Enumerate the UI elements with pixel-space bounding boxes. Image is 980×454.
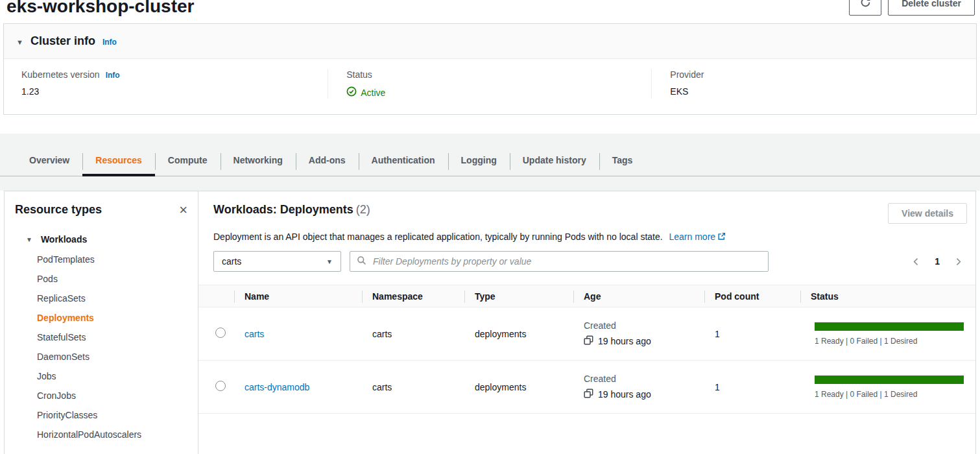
sidebar-item-jobs[interactable]: Jobs [15, 366, 187, 386]
delete-cluster-button[interactable]: Delete cluster [888, 0, 975, 16]
sidebar-item-pods[interactable]: Pods [15, 269, 187, 289]
check-circle-icon [346, 86, 357, 99]
tab-networking[interactable]: Networking [221, 152, 296, 176]
sidebar-item-cronjobs[interactable]: CronJobs [15, 386, 187, 405]
sidebar-item-replicasets[interactable]: ReplicaSets [15, 289, 187, 308]
status-progress-bar [815, 376, 964, 384]
view-details-button[interactable]: View details [888, 203, 967, 224]
pod-count-cell: 1 [715, 382, 720, 392]
provider-label: Provider [670, 69, 975, 80]
panel-heading: Workloads: Deployments(2) [213, 203, 370, 217]
sidebar-item-daemonsets[interactable]: DaemonSets [15, 347, 187, 366]
kubernetes-version-label: Kubernetes version [21, 69, 100, 80]
tab-compute[interactable]: Compute [155, 152, 221, 176]
copy-icon[interactable] [584, 388, 593, 400]
age-created-label: Created [584, 374, 704, 384]
table-row: carts-dynamodb carts deployments Created… [198, 361, 975, 414]
row-radio-button[interactable] [215, 381, 226, 391]
page-actions: Delete cluster [849, 0, 975, 16]
age-created-label: Created [584, 320, 704, 331]
row-radio-button[interactable] [215, 328, 226, 338]
sidebar-item-deployments[interactable]: Deployments [15, 308, 187, 328]
search-icon [357, 256, 366, 267]
provider-value: EKS [670, 86, 975, 97]
cluster-info-info-link[interactable]: Info [102, 38, 117, 47]
tabs-section: OverviewResourcesComputeNetworkingAdd-on… [0, 134, 980, 191]
result-count: (2) [356, 203, 370, 216]
chevron-left-icon[interactable] [912, 257, 920, 266]
tab-resources[interactable]: Resources [82, 152, 155, 176]
status-value: Active [346, 86, 651, 99]
kubernetes-version-info-link[interactable]: Info [106, 71, 120, 80]
copy-icon[interactable] [584, 335, 593, 347]
refresh-icon [860, 0, 871, 10]
tab-logging[interactable]: Logging [448, 152, 510, 176]
deployment-name-link[interactable]: carts-dynamodb [245, 382, 309, 392]
cluster-info-content: Kubernetes version Info 1.23 Status Acti… [4, 59, 976, 114]
resource-tree: ▼ Workloads PodTemplatesPodsReplicaSetsD… [15, 234, 187, 444]
status-text: 1 Ready | 0 Failed | 1 Desired [815, 337, 975, 346]
pagination: 1 [912, 256, 962, 267]
field-status: Status Active [328, 69, 651, 99]
tab-add-ons[interactable]: Add-ons [296, 152, 359, 176]
page-header: eks-workshop-cluster Delete cluster [0, 0, 980, 22]
table-header-row: Name Namespace Type Age Pod count Status [198, 285, 975, 307]
column-header-status: Status [800, 285, 975, 307]
chevron-right-icon[interactable] [954, 257, 962, 266]
chevron-down-icon: ▼ [326, 258, 333, 265]
sidebar-item-list: PodTemplatesPodsReplicaSetsDeploymentsSt… [15, 250, 187, 444]
tab-tags[interactable]: Tags [599, 152, 646, 176]
age-value: 19 hours ago [598, 389, 651, 400]
field-provider: Provider EKS [651, 69, 975, 99]
namespace-cell: carts [372, 382, 392, 392]
column-header-type: Type [464, 285, 573, 307]
namespace-cell: carts [372, 329, 392, 339]
workloads-group-label: Workloads [41, 234, 87, 245]
table-row: carts carts deployments Created 19 hours… [198, 307, 975, 361]
column-header-name: Name [234, 285, 362, 307]
column-header-age: Age [573, 285, 704, 307]
resource-types-sidebar: Resource types × ▼ Workloads PodTemplate… [5, 191, 198, 454]
dropdown-value: carts [222, 256, 241, 267]
deployment-name-link[interactable]: carts [245, 329, 264, 339]
content-row: Resource types × ▼ Workloads PodTemplate… [4, 191, 976, 454]
type-cell: deployments [475, 382, 526, 392]
kubernetes-version-value: 1.23 [21, 86, 328, 97]
tab-bar: OverviewResourcesComputeNetworkingAdd-on… [0, 152, 980, 176]
sidebar-group-workloads[interactable]: ▼ Workloads [15, 234, 187, 245]
panel-description: Deployment is an API object that manages… [198, 232, 975, 242]
sidebar-title: Resource types [15, 203, 102, 217]
radio-column-header [198, 285, 234, 307]
search-input[interactable] [372, 256, 761, 267]
page-title: eks-workshop-cluster [6, 0, 974, 17]
close-icon[interactable]: × [179, 205, 187, 215]
external-link-icon [717, 232, 726, 243]
deployments-table: Name Namespace Type Age Pod count Status… [198, 285, 975, 414]
pod-count-cell: 1 [715, 329, 720, 339]
table-body: carts carts deployments Created 19 hours… [198, 307, 975, 414]
field-kubernetes-version: Kubernetes version Info 1.23 [4, 69, 328, 99]
tree-triangle-icon: ▼ [26, 236, 32, 243]
namespace-filter-dropdown[interactable]: carts ▼ [213, 251, 341, 272]
cluster-info-card: ▼ Cluster info Info Kubernetes version I… [3, 23, 977, 115]
search-filter[interactable] [350, 251, 769, 272]
cluster-info-header[interactable]: ▼ Cluster info Info [4, 24, 976, 59]
age-value: 19 hours ago [598, 336, 651, 346]
tab-update-history[interactable]: Update history [510, 152, 599, 176]
deployments-panel: Workloads: Deployments(2) View details D… [198, 191, 975, 454]
tab-overview[interactable]: Overview [16, 152, 82, 176]
column-header-namespace: Namespace [362, 285, 464, 307]
tab-authentication[interactable]: Authentication [359, 152, 448, 176]
page-number[interactable]: 1 [935, 256, 940, 267]
refresh-button[interactable] [849, 0, 881, 16]
learn-more-link[interactable]: Learn more [669, 232, 716, 242]
filter-row: carts ▼ 1 [198, 251, 975, 272]
sidebar-item-statefulsets[interactable]: StatefulSets [15, 328, 187, 347]
sidebar-item-podtemplates[interactable]: PodTemplates [15, 250, 187, 269]
column-header-pod-count: Pod count [704, 285, 800, 307]
sidebar-item-horizontalpodautoscalers[interactable]: HorizontalPodAutoscalers [15, 425, 187, 444]
collapse-triangle-icon[interactable]: ▼ [16, 38, 23, 46]
status-label: Status [346, 69, 651, 80]
type-cell: deployments [475, 329, 526, 339]
sidebar-item-priorityclasses[interactable]: PriorityClasses [15, 405, 187, 425]
